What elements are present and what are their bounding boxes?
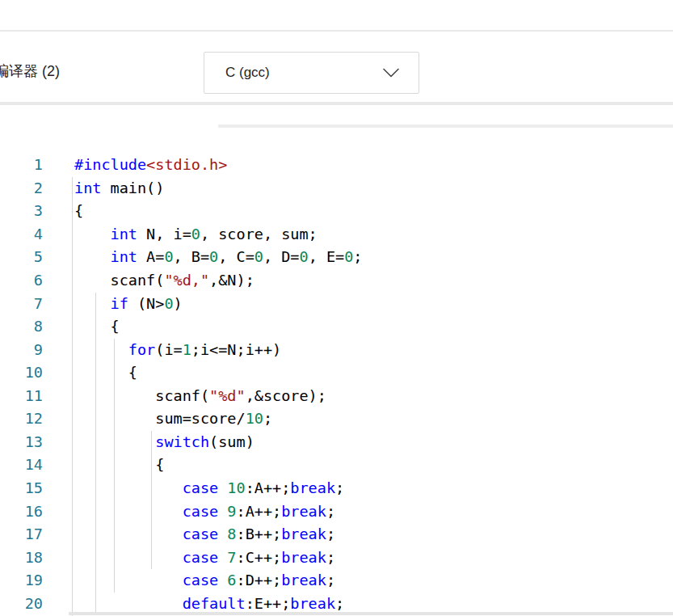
chevron-down-icon	[383, 68, 399, 78]
code-lines: 1#include<stdio.h>2int main()3{4 int N, …	[0, 154, 673, 616]
code-text: {	[43, 454, 164, 477]
section-title: 编译器 (2)	[0, 61, 60, 81]
page: { "header": { "section_label": "编译器 (2)"…	[0, 0, 673, 616]
line-number: 4	[0, 223, 43, 247]
code-line: 3{	[0, 200, 673, 223]
line-number: 11	[0, 385, 43, 408]
code-line: 1#include<stdio.h>	[0, 154, 673, 177]
indent-guide	[72, 177, 73, 616]
line-number: 18	[0, 546, 43, 570]
code-text: int main()	[43, 177, 164, 200]
code-text: #include<stdio.h>	[43, 154, 227, 177]
code-line: 12 sum=score/10;	[0, 407, 673, 431]
line-number: 6	[0, 269, 43, 293]
code-line: 15 case 10:A++;break;	[0, 477, 673, 500]
code-text: int A=0, B=0, C=0, D=0, E=0;	[43, 246, 363, 269]
code-text: for(i=1;i<=N;i++)	[43, 339, 281, 362]
code-text: case 10:A++;break;	[43, 477, 344, 500]
code-text: {	[43, 200, 83, 223]
code-text: case 9:A++;break;	[43, 500, 335, 524]
line-number: 10	[0, 361, 43, 385]
line-number: 14	[0, 454, 43, 477]
code-text: {	[43, 361, 137, 385]
line-number: 13	[0, 431, 43, 454]
code-line: 14 {	[0, 454, 673, 477]
code-line: 17 case 8:B++;break;	[0, 523, 673, 546]
line-number: 1	[0, 154, 43, 177]
code-editor[interactable]: 1#include<stdio.h>2int main()3{4 int N, …	[0, 108, 673, 616]
line-number: 9	[0, 339, 43, 362]
line-number: 5	[0, 246, 43, 269]
code-line: 2int main()	[0, 177, 673, 200]
line-number: 16	[0, 500, 43, 524]
top-divider	[0, 30, 673, 32]
code-text: switch(sum)	[43, 431, 254, 454]
code-line: 5 int A=0, B=0, C=0, D=0, E=0;	[0, 246, 673, 269]
code-line: 10 {	[0, 361, 673, 385]
line-number: 17	[0, 523, 43, 546]
code-text: {	[43, 315, 120, 339]
line-number: 20	[0, 593, 43, 616]
language-select[interactable]: C (gcc)	[204, 52, 419, 94]
horizontal-scrollbar[interactable]	[69, 612, 673, 615]
code-line: 19 case 6:D++;break;	[0, 569, 673, 593]
line-number: 8	[0, 315, 43, 339]
header-divider	[0, 102, 673, 105]
code-line: 13 switch(sum)	[0, 431, 673, 454]
code-text: case 8:B++;break;	[43, 523, 335, 546]
indent-guide	[114, 339, 115, 593]
code-line: 7 if (N>0)	[0, 293, 673, 316]
indent-guide	[95, 293, 96, 613]
line-number: 12	[0, 407, 43, 431]
code-text: scanf("%d,",&N);	[43, 269, 254, 293]
code-text: case 6:D++;break;	[43, 569, 335, 593]
code-line: 18 case 7:C++;break;	[0, 546, 673, 570]
code-line: 9 for(i=1;i<=N;i++)	[0, 339, 673, 362]
line-number: 15	[0, 477, 43, 500]
line-number: 7	[0, 293, 43, 316]
code-text: scanf("%d",&score);	[43, 385, 326, 408]
code-line: 8 {	[0, 315, 673, 339]
code-line: 4 int N, i=0, score, sum;	[0, 223, 673, 247]
code-line: 6 scanf("%d,",&N);	[0, 269, 673, 293]
code-line: 16 case 9:A++;break;	[0, 500, 673, 524]
code-text: int N, i=0, score, sum;	[43, 223, 318, 247]
code-line: 11 scanf("%d",&score);	[0, 385, 673, 408]
code-text: case 7:C++;break;	[43, 546, 335, 570]
line-number: 3	[0, 200, 43, 223]
code-text: sum=score/10;	[43, 407, 272, 431]
line-number: 19	[0, 569, 43, 593]
language-select-value: C (gcc)	[225, 65, 270, 81]
line-number: 2	[0, 177, 43, 200]
indent-guide	[151, 431, 152, 569]
code-text: if (N>0)	[43, 293, 183, 316]
